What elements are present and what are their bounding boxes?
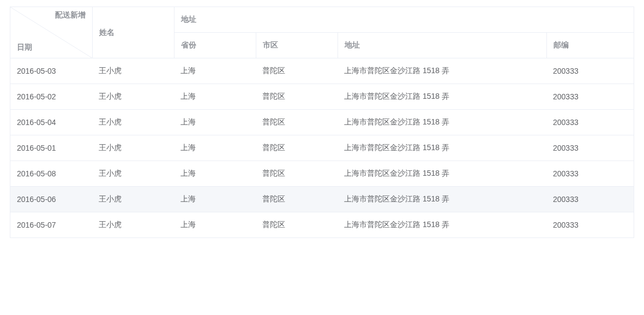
- cell-address: 上海市普陀区金沙江路 1518 弄: [338, 187, 546, 212]
- cell-province: 上海: [174, 212, 256, 238]
- header-address[interactable]: 地址: [338, 33, 546, 58]
- table-row[interactable]: 2016-05-02王小虎上海普陀区上海市普陀区金沙江路 1518 弄20033…: [10, 84, 634, 110]
- table-row[interactable]: 2016-05-03王小虎上海普陀区上海市普陀区金沙江路 1518 弄20033…: [10, 58, 634, 84]
- cell-province: 上海: [174, 187, 256, 212]
- cell-date: 2016-05-06: [10, 187, 92, 212]
- cell-date: 2016-05-02: [10, 84, 92, 110]
- cell-date: 2016-05-01: [10, 135, 92, 161]
- cell-address: 上海市普陀区金沙江路 1518 弄: [338, 84, 546, 110]
- cell-zip: 200333: [546, 110, 634, 135]
- cell-name: 王小虎: [92, 135, 174, 161]
- cell-date: 2016-05-04: [10, 110, 92, 135]
- cell-zip: 200333: [546, 135, 634, 161]
- cell-zip: 200333: [546, 161, 634, 187]
- table-row[interactable]: 2016-05-08王小虎上海普陀区上海市普陀区金沙江路 1518 弄20033…: [10, 161, 634, 187]
- cell-city: 普陀区: [256, 84, 338, 110]
- cell-date: 2016-05-08: [10, 161, 92, 187]
- cell-date: 2016-05-07: [10, 212, 92, 238]
- cell-province: 上海: [174, 58, 256, 84]
- header-address-group: 地址: [174, 7, 634, 33]
- cell-city: 普陀区: [256, 110, 338, 135]
- cell-name: 王小虎: [92, 187, 174, 212]
- cell-zip: 200333: [546, 58, 634, 84]
- cell-city: 普陀区: [256, 161, 338, 187]
- table-row[interactable]: 2016-05-01王小虎上海普陀区上海市普陀区金沙江路 1518 弄20033…: [10, 135, 634, 161]
- table-row[interactable]: 2016-05-07王小虎上海普陀区上海市普陀区金沙江路 1518 弄20033…: [10, 212, 634, 238]
- cell-city: 普陀区: [256, 58, 338, 84]
- cell-date: 2016-05-03: [10, 58, 92, 84]
- cell-city: 普陀区: [256, 135, 338, 161]
- cell-address: 上海市普陀区金沙江路 1518 弄: [338, 161, 546, 187]
- cell-province: 上海: [174, 84, 256, 110]
- header-name[interactable]: 姓名: [92, 7, 174, 58]
- cell-city: 普陀区: [256, 212, 338, 238]
- cell-province: 上海: [174, 135, 256, 161]
- cell-zip: 200333: [546, 84, 634, 110]
- table-body: 2016-05-03王小虎上海普陀区上海市普陀区金沙江路 1518 弄20033…: [10, 58, 634, 238]
- header-date-diagonal: 配送新增 日期: [10, 7, 92, 58]
- cell-name: 王小虎: [92, 110, 174, 135]
- header-city[interactable]: 市区: [256, 33, 338, 58]
- cell-city: 普陀区: [256, 187, 338, 212]
- delivery-table-wrap: 配送新增 日期 姓名 地址 省份 市区 地址 邮编 2016-05-03王小虎上…: [10, 7, 634, 238]
- delivery-table: 配送新增 日期 姓名 地址 省份 市区 地址 邮编 2016-05-03王小虎上…: [10, 7, 634, 237]
- header-diag-bottomleft: 日期: [17, 43, 32, 52]
- cell-zip: 200333: [546, 187, 634, 212]
- header-zip[interactable]: 邮编: [546, 33, 634, 58]
- cell-name: 王小虎: [92, 84, 174, 110]
- header-province[interactable]: 省份: [174, 33, 256, 58]
- table-row[interactable]: 2016-05-06王小虎上海普陀区上海市普陀区金沙江路 1518 弄20033…: [10, 187, 634, 212]
- cell-address: 上海市普陀区金沙江路 1518 弄: [338, 58, 546, 84]
- cell-zip: 200333: [546, 212, 634, 238]
- header-diag-topright: 配送新增: [55, 10, 86, 20]
- cell-name: 王小虎: [92, 58, 174, 84]
- page: 配送新增 日期 姓名 地址 省份 市区 地址 邮编 2016-05-03王小虎上…: [0, 0, 644, 248]
- cell-province: 上海: [174, 110, 256, 135]
- table-row[interactable]: 2016-05-04王小虎上海普陀区上海市普陀区金沙江路 1518 弄20033…: [10, 110, 634, 135]
- table-header: 配送新增 日期 姓名 地址 省份 市区 地址 邮编: [10, 7, 634, 58]
- cell-address: 上海市普陀区金沙江路 1518 弄: [338, 110, 546, 135]
- cell-name: 王小虎: [92, 212, 174, 238]
- cell-province: 上海: [174, 161, 256, 187]
- cell-address: 上海市普陀区金沙江路 1518 弄: [338, 212, 546, 238]
- cell-name: 王小虎: [92, 161, 174, 187]
- cell-address: 上海市普陀区金沙江路 1518 弄: [338, 135, 546, 161]
